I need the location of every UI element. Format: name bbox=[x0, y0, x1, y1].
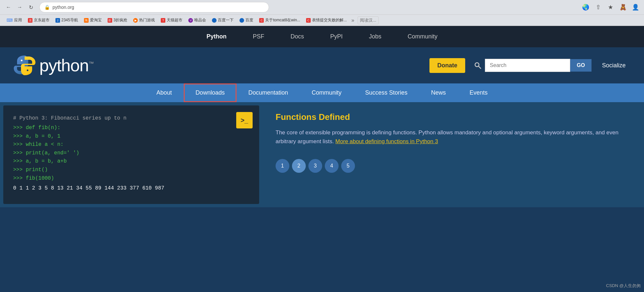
pagination: 1 2 3 4 5 bbox=[276, 159, 631, 173]
bookmark-label: 关于tomcat8在win... bbox=[265, 17, 300, 23]
bookmark-games[interactable]: ▶ 热门游戏 bbox=[131, 16, 157, 24]
address-bar[interactable]: 🔒 python.org bbox=[39, 2, 269, 12]
bookmark-label: 百度 bbox=[245, 17, 253, 23]
nav-buttons: ← → ↻ bbox=[4, 3, 35, 12]
nav-pypi[interactable]: PyPI bbox=[317, 26, 356, 47]
profile-icon[interactable]: 👤 bbox=[631, 3, 640, 12]
logo-text: python™ bbox=[39, 56, 93, 75]
svg-point-1 bbox=[27, 70, 29, 71]
page-4-button[interactable]: 4 bbox=[325, 159, 339, 173]
jd-icon: 京 bbox=[28, 18, 32, 23]
svg-point-0 bbox=[21, 60, 23, 61]
bookmark-label: 天猫超市 bbox=[167, 17, 182, 23]
reading-mode-btn[interactable]: 阅读汉... bbox=[358, 16, 379, 24]
extension-icon[interactable]: 🧸 bbox=[618, 3, 628, 12]
bookmark-label: 应用 bbox=[14, 17, 22, 23]
python-logo bbox=[13, 54, 36, 77]
share-icon[interactable]: ⇧ bbox=[593, 3, 603, 12]
search-area: GO bbox=[470, 58, 592, 73]
vip-icon: V bbox=[188, 18, 193, 23]
header-right: Donate GO Socialize bbox=[429, 58, 631, 73]
translate-icon[interactable]: 🌏 bbox=[581, 3, 590, 12]
search-icon-wrapper bbox=[470, 58, 485, 73]
subnav-downloads[interactable]: Downloads bbox=[184, 83, 237, 102]
go-button[interactable]: GO bbox=[570, 59, 592, 72]
baidu-paw-icon: 🐾 bbox=[212, 18, 217, 23]
bookmark-vip[interactable]: V 唯品会 bbox=[186, 16, 209, 24]
bookmark-baidu[interactable]: 🐾 百度一下 bbox=[209, 16, 236, 24]
subnav-success-stories[interactable]: Success Stories bbox=[353, 83, 419, 102]
page-1-button[interactable]: 1 bbox=[276, 159, 289, 173]
code-line-2: >>> a, b = 0, 1 bbox=[13, 132, 249, 141]
nav-psf[interactable]: PSF bbox=[239, 26, 277, 47]
forward-button[interactable]: → bbox=[15, 3, 24, 12]
main-navigation: Python PSF Docs PyPI Jobs Community bbox=[0, 26, 644, 47]
subnav-news[interactable]: News bbox=[419, 83, 458, 102]
terminal-icon: >_ bbox=[241, 117, 248, 124]
search-icon bbox=[474, 61, 482, 69]
nav-python[interactable]: Python bbox=[193, 26, 239, 47]
subnav-about[interactable]: About bbox=[145, 83, 184, 102]
socialize-link[interactable]: Socialize bbox=[597, 62, 631, 69]
bookmark-csdn2[interactable]: C 表情提交失败的解... bbox=[303, 16, 349, 24]
info-title: Functions Defined bbox=[276, 112, 631, 122]
search-input[interactable] bbox=[485, 59, 570, 72]
code-line-5: >>> a, b = b, a+b bbox=[13, 157, 249, 166]
taobao-icon: 淘 bbox=[84, 18, 89, 23]
info-link[interactable]: More about defining functions in Python … bbox=[335, 138, 438, 145]
info-description: The core of extensible programming is de… bbox=[276, 128, 631, 146]
lock-icon: 🔒 bbox=[44, 5, 50, 10]
nav-docs[interactable]: Docs bbox=[277, 26, 317, 47]
svg-line-3 bbox=[479, 66, 481, 69]
logo-area: python™ bbox=[13, 54, 93, 77]
baidu2-icon: 🐾 bbox=[239, 18, 244, 23]
bookmarks-bar: ⌨ 应用 京 京东超市 2 2345导航 淘 爱淘宝 折 3折疯抢 ▶ 热门游戏… bbox=[0, 14, 644, 26]
donate-button[interactable]: Donate bbox=[429, 58, 465, 73]
bookmark-tmall[interactable]: T 天猫超市 bbox=[158, 16, 185, 24]
page-3-button[interactable]: 3 bbox=[308, 159, 322, 173]
bookmark-label: 唯品会 bbox=[194, 17, 206, 23]
bookmark-2345[interactable]: 2 2345导航 bbox=[53, 16, 81, 24]
svg-point-2 bbox=[475, 63, 479, 67]
more-bookmarks-icon[interactable]: » bbox=[351, 17, 354, 23]
nav-community[interactable]: Community bbox=[395, 26, 451, 47]
bookmark-label: 3折疯抢 bbox=[114, 17, 128, 23]
page-5-button[interactable]: 5 bbox=[341, 159, 355, 173]
bookmark-label: 2345导航 bbox=[61, 17, 78, 23]
logo-text-area: python™ bbox=[39, 56, 93, 75]
bookmark-label: 表情提交失败的解... bbox=[312, 17, 347, 23]
3zhe-icon: 折 bbox=[108, 18, 112, 23]
terminal-button[interactable]: >_ bbox=[236, 112, 253, 128]
nav-jobs[interactable]: Jobs bbox=[356, 26, 394, 47]
code-line-4: >>> print(a, end=' ') bbox=[13, 149, 249, 158]
subnav-community[interactable]: Community bbox=[300, 83, 353, 102]
games-icon: ▶ bbox=[133, 18, 138, 23]
code-comment: # Python 3: Fibonacci series up to n bbox=[13, 115, 249, 121]
sub-navigation: About Downloads Documentation Community … bbox=[0, 83, 644, 102]
browser-toolbar-right: 🌏 ⇧ ★ 🧸 👤 bbox=[581, 3, 640, 12]
bookmark-star-icon[interactable]: ★ bbox=[606, 3, 615, 12]
bookmark-apps[interactable]: ⌨ 应用 bbox=[4, 16, 25, 24]
bookmark-3zhe[interactable]: 折 3折疯抢 bbox=[105, 16, 130, 24]
code-line-3: >>> while a < n: bbox=[13, 141, 249, 149]
page-2-button[interactable]: 2 bbox=[292, 159, 306, 173]
csdn-icon: C bbox=[259, 18, 264, 23]
bookmark-tomcat[interactable]: C 关于tomcat8在win... bbox=[257, 16, 303, 24]
code-line-7: >>> fib(1000) bbox=[13, 174, 249, 183]
main-content: >_ # Python 3: Fibonacci series up to n … bbox=[0, 102, 644, 207]
subnav-events[interactable]: Events bbox=[458, 83, 499, 102]
bookmark-label: 爱淘宝 bbox=[90, 17, 102, 23]
code-panel: >_ # Python 3: Fibonacci series up to n … bbox=[3, 105, 259, 204]
bookmark-taobao[interactable]: 淘 爱淘宝 bbox=[81, 16, 104, 24]
bookmark-jd[interactable]: 京 京东超市 bbox=[25, 16, 52, 24]
apps-icon: ⌨ bbox=[7, 18, 13, 23]
url-text: python.org bbox=[52, 5, 74, 10]
refresh-button[interactable]: ↻ bbox=[26, 3, 35, 12]
subnav-documentation[interactable]: Documentation bbox=[237, 83, 300, 102]
bookmark-baidu2[interactable]: 🐾 百度 bbox=[237, 16, 256, 24]
bookmark-label: 百度一下 bbox=[218, 17, 234, 23]
site-header: python™ Donate GO Socialize bbox=[0, 47, 644, 83]
2345-icon: 2 bbox=[55, 18, 60, 23]
info-panel: Functions Defined The core of extensible… bbox=[262, 102, 644, 207]
back-button[interactable]: ← bbox=[4, 3, 13, 12]
